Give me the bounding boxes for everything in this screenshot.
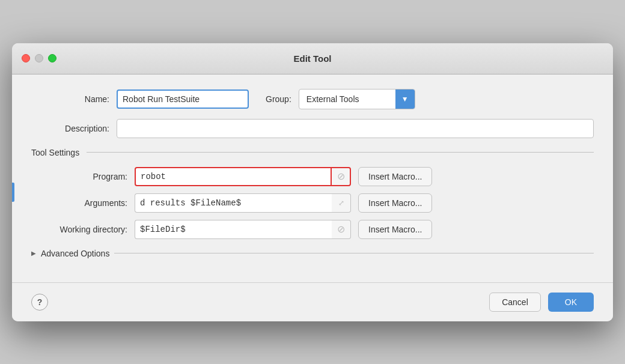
description-label: Description: — [31, 124, 109, 133]
titlebar: Edit Tool — [12, 43, 613, 74]
program-row: Program: ⊘ Insert Macro... — [31, 167, 594, 186]
advanced-options-row: ▶ Advanced Options — [31, 249, 594, 258]
group-label: Group: — [266, 94, 291, 104]
program-label: Program: — [31, 172, 127, 181]
name-input[interactable] — [117, 89, 249, 109]
arguments-expand-button[interactable]: ⤢ — [332, 193, 351, 213]
traffic-lights — [22, 54, 56, 62]
minimize-button[interactable] — [35, 54, 43, 62]
working-dir-input-wrapper: ⊘ — [135, 220, 351, 239]
arguments-input[interactable] — [135, 193, 332, 213]
tool-settings-title: Tool Settings — [31, 148, 79, 157]
help-button[interactable]: ? — [31, 294, 48, 311]
working-dir-input[interactable] — [135, 220, 332, 239]
working-dir-folder-button[interactable]: ⊘ — [332, 220, 351, 239]
working-dir-label: Working directory: — [31, 225, 127, 234]
program-insert-macro-button[interactable]: Insert Macro... — [358, 167, 432, 186]
tool-settings-section: Tool Settings — [31, 148, 594, 157]
cancel-button[interactable]: Cancel — [489, 293, 541, 312]
advanced-divider-line — [114, 253, 594, 253]
arguments-insert-macro-button[interactable]: Insert Macro... — [358, 193, 432, 213]
name-label: Name: — [31, 94, 109, 104]
program-input-wrapper: ⊘ — [135, 167, 351, 186]
group-dropdown-button[interactable]: ▼ — [395, 89, 415, 109]
main-content: Name: Group: External Tools ▼ Descriptio… — [12, 74, 613, 282]
group-select[interactable]: External Tools ▼ — [299, 89, 415, 109]
expand-icon: ⤢ — [338, 199, 344, 207]
program-folder-button[interactable]: ⊘ — [332, 167, 351, 186]
maximize-button[interactable] — [48, 54, 56, 62]
folder-icon: ⊘ — [337, 171, 345, 182]
folder-icon-wd: ⊘ — [337, 223, 345, 235]
program-input[interactable] — [135, 167, 332, 186]
arguments-row: Arguments: ⤢ Insert Macro... — [31, 193, 594, 213]
name-group-row: Name: Group: External Tools ▼ — [31, 89, 594, 109]
window-title: Edit Tool — [293, 53, 331, 64]
section-divider-line — [87, 152, 594, 153]
advanced-toggle-icon[interactable]: ▶ — [31, 250, 36, 256]
description-row: Description: — [31, 119, 594, 138]
advanced-options-label: Advanced Options — [41, 249, 109, 258]
arguments-label: Arguments: — [31, 198, 127, 208]
chevron-down-icon: ▼ — [401, 95, 409, 103]
close-button[interactable] — [22, 54, 30, 62]
edit-tool-window: Edit Tool Name: Group: External Tools ▼ … — [12, 43, 613, 321]
arguments-input-wrapper: ⤢ — [135, 193, 351, 213]
bottom-bar: ? Cancel OK — [12, 282, 613, 321]
working-dir-row: Working directory: ⊘ Insert Macro... — [31, 220, 594, 239]
working-dir-insert-macro-button[interactable]: Insert Macro... — [358, 220, 432, 239]
description-input[interactable] — [117, 119, 594, 138]
action-buttons: Cancel OK — [489, 293, 594, 312]
ok-button[interactable]: OK — [548, 293, 594, 312]
side-indicator — [12, 183, 14, 202]
group-select-text: External Tools — [299, 89, 395, 109]
